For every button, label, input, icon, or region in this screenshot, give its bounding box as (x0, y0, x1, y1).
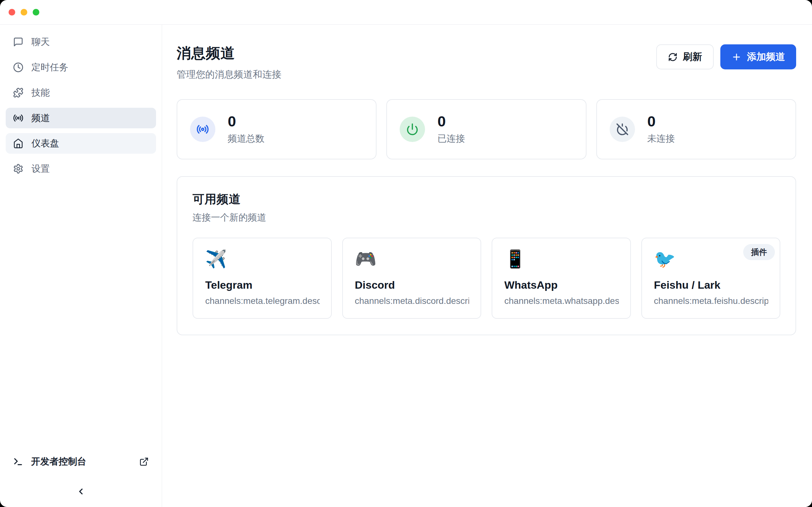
sidebar-item-label: 技能 (32, 87, 50, 99)
stat-card-connected: 0 已连接 (386, 99, 586, 159)
stat-value: 0 (228, 114, 264, 129)
stat-label: 频道总数 (228, 132, 264, 145)
stat-card-disconnected: 0 未连接 (596, 99, 796, 159)
page-header: 消息频道 管理您的消息频道和连接 刷新 添加频道 (177, 44, 796, 81)
gear-icon (13, 164, 23, 174)
page-header-text: 消息频道 管理您的消息频道和连接 (177, 44, 281, 81)
channel-description: channels:meta.discord.descriptio (355, 296, 469, 306)
section-subtitle: 连接一个新的频道 (193, 211, 780, 224)
plugin-badge: 插件 (743, 244, 775, 260)
stat-text: 0 频道总数 (228, 114, 264, 145)
section-title: 可用频道 (193, 191, 780, 207)
power-off-icon (616, 123, 629, 135)
channel-description: channels:meta.feishu.description (654, 296, 768, 306)
page-title: 消息频道 (177, 44, 281, 63)
stat-label: 未连接 (647, 132, 675, 145)
app-window: 聊天 定时任务 技能 频道 仪表盘 (0, 0, 812, 507)
developer-console-link[interactable]: 开发者控制台 (6, 452, 156, 471)
refresh-button[interactable]: 刷新 (656, 44, 714, 69)
sidebar-item-label: 设置 (32, 163, 50, 175)
terminal-icon (13, 457, 23, 467)
airplane-emoji-icon: ✈️ (205, 248, 320, 271)
plus-icon (731, 52, 742, 62)
stat-icon-circle (610, 117, 635, 142)
sidebar-item-chat[interactable]: 聊天 (6, 32, 156, 52)
channel-description: channels:meta.telegram.descript (205, 296, 320, 306)
stats-row: 0 频道总数 0 已连接 (177, 99, 796, 159)
add-channel-button[interactable]: 添加频道 (720, 44, 796, 69)
sidebar-item-label: 频道 (32, 112, 50, 124)
channel-name: WhatsApp (504, 279, 619, 291)
developer-console-label: 开发者控制台 (31, 455, 86, 468)
stat-value: 0 (647, 114, 675, 129)
add-channel-button-label: 添加频道 (747, 50, 785, 63)
traffic-lights (9, 9, 39, 15)
stat-text: 0 未连接 (647, 114, 675, 145)
external-link-icon (139, 457, 149, 466)
channel-name: Discord (355, 279, 469, 291)
channel-name: Telegram (205, 279, 320, 291)
page-subtitle: 管理您的消息频道和连接 (177, 68, 281, 81)
clock-icon (13, 62, 23, 72)
sidebar-item-dashboard[interactable]: 仪表盘 (6, 133, 156, 154)
sidebar: 聊天 定时任务 技能 频道 仪表盘 (0, 25, 162, 507)
stat-icon-circle (190, 117, 215, 142)
puzzle-icon (13, 88, 23, 98)
channel-card-discord[interactable]: 🎮 Discord channels:meta.discord.descript… (342, 238, 481, 319)
gamepad-emoji-icon: 🎮 (355, 248, 469, 271)
stat-label: 已连接 (438, 132, 465, 145)
sidebar-nav: 聊天 定时任务 技能 频道 仪表盘 (6, 32, 156, 179)
available-channels-section: 可用频道 连接一个新的频道 ✈️ Telegram channels:meta.… (177, 176, 796, 335)
stat-icon-circle (400, 117, 425, 142)
sidebar-item-channels[interactable]: 频道 (6, 108, 156, 128)
sidebar-footer: 开发者控制台 (6, 452, 156, 499)
zoom-button[interactable] (33, 9, 39, 15)
titlebar (0, 0, 812, 25)
power-icon (406, 123, 419, 135)
refresh-button-label: 刷新 (683, 50, 702, 63)
main-content: 消息频道 管理您的消息频道和连接 刷新 添加频道 (162, 25, 812, 507)
channel-card-whatsapp[interactable]: 📱 WhatsApp channels:meta.whatsapp.descri… (492, 238, 631, 319)
channel-grid: ✈️ Telegram channels:meta.telegram.descr… (193, 238, 780, 319)
stat-text: 0 已连接 (438, 114, 465, 145)
mobile-phone-emoji-icon: 📱 (504, 248, 619, 271)
sidebar-item-label: 聊天 (32, 36, 50, 49)
sidebar-item-settings[interactable]: 设置 (6, 158, 156, 179)
chevron-left-icon (76, 487, 86, 496)
refresh-icon (668, 52, 677, 62)
chat-icon (13, 37, 23, 47)
sidebar-item-scheduled-tasks[interactable]: 定时任务 (6, 57, 156, 78)
sidebar-item-label: 定时任务 (32, 61, 68, 74)
channel-description: channels:meta.whatsapp.descrip (504, 296, 619, 306)
minimize-button[interactable] (20, 9, 27, 15)
header-actions: 刷新 添加频道 (656, 44, 796, 69)
stat-value: 0 (438, 114, 465, 129)
home-icon (13, 138, 23, 149)
close-button[interactable] (9, 9, 15, 15)
sidebar-item-skills[interactable]: 技能 (6, 82, 156, 103)
sidebar-item-label: 仪表盘 (32, 137, 59, 150)
broadcast-icon (196, 123, 209, 135)
app-body: 聊天 定时任务 技能 频道 仪表盘 (0, 25, 812, 507)
broadcast-icon (13, 113, 23, 123)
channel-card-telegram[interactable]: ✈️ Telegram channels:meta.telegram.descr… (193, 238, 332, 319)
channel-name: Feishu / Lark (654, 279, 768, 291)
channel-card-feishu[interactable]: 插件 🐦 Feishu / Lark channels:meta.feishu.… (641, 238, 780, 319)
stat-card-total-channels: 0 频道总数 (177, 99, 376, 159)
sidebar-collapse-button[interactable] (74, 485, 88, 499)
